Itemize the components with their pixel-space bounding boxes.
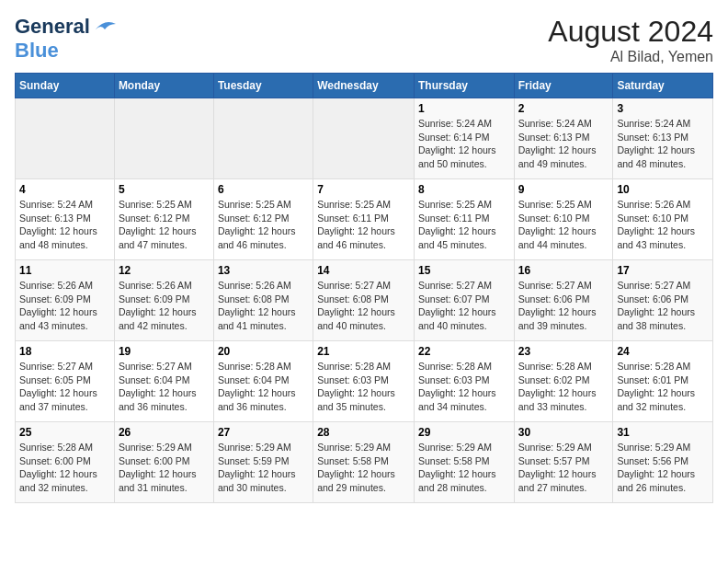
calendar-cell: 27Sunrise: 5:29 AMSunset: 5:59 PMDayligh…: [213, 422, 313, 503]
header-friday: Friday: [514, 74, 613, 98]
header-thursday: Thursday: [414, 74, 514, 98]
day-number: 2: [518, 102, 609, 115]
calendar-cell: 19Sunrise: 5:27 AMSunset: 6:04 PMDayligh…: [114, 341, 213, 422]
day-info: Sunrise: 5:27 AMSunset: 6:07 PMDaylight:…: [418, 279, 510, 333]
day-info: Sunrise: 5:29 AMSunset: 5:56 PMDaylight:…: [617, 441, 709, 495]
day-info: Sunrise: 5:27 AMSunset: 6:08 PMDaylight:…: [317, 279, 410, 333]
day-number: 3: [617, 102, 709, 115]
calendar-header-row: SundayMondayTuesdayWednesdayThursdayFrid…: [16, 74, 713, 98]
day-info: Sunrise: 5:26 AMSunset: 6:09 PMDaylight:…: [19, 279, 110, 333]
calendar-cell: 2Sunrise: 5:24 AMSunset: 6:13 PMDaylight…: [514, 98, 613, 179]
day-number: 17: [617, 264, 709, 277]
day-number: 15: [418, 264, 510, 277]
header-saturday: Saturday: [613, 74, 713, 98]
calendar-cell: 25Sunrise: 5:28 AMSunset: 6:00 PMDayligh…: [16, 422, 115, 503]
calendar-cell: 24Sunrise: 5:28 AMSunset: 6:01 PMDayligh…: [613, 341, 713, 422]
logo-text-general: General: [15, 15, 90, 39]
day-number: 21: [317, 345, 410, 358]
day-info: Sunrise: 5:24 AMSunset: 6:13 PMDaylight:…: [518, 117, 609, 171]
calendar-week-row: 18Sunrise: 5:27 AMSunset: 6:05 PMDayligh…: [16, 341, 713, 422]
day-number: 22: [418, 345, 510, 358]
calendar-cell: 28Sunrise: 5:29 AMSunset: 5:58 PMDayligh…: [313, 422, 415, 503]
calendar-cell: 30Sunrise: 5:29 AMSunset: 5:57 PMDayligh…: [514, 422, 613, 503]
day-info: Sunrise: 5:29 AMSunset: 5:58 PMDaylight:…: [317, 441, 410, 495]
calendar-cell: 7Sunrise: 5:25 AMSunset: 6:11 PMDaylight…: [313, 179, 415, 260]
header-sunday: Sunday: [16, 74, 115, 98]
calendar-cell: [114, 98, 213, 179]
day-number: 6: [218, 183, 309, 196]
day-number: 14: [317, 264, 410, 277]
day-number: 9: [518, 183, 609, 196]
day-info: Sunrise: 5:25 AMSunset: 6:12 PMDaylight:…: [119, 198, 210, 252]
day-info: Sunrise: 5:25 AMSunset: 6:12 PMDaylight:…: [218, 198, 309, 252]
calendar-cell: 26Sunrise: 5:29 AMSunset: 6:00 PMDayligh…: [114, 422, 213, 503]
calendar-cell: 17Sunrise: 5:27 AMSunset: 6:06 PMDayligh…: [613, 260, 713, 341]
day-number: 16: [518, 264, 609, 277]
calendar-cell: 11Sunrise: 5:26 AMSunset: 6:09 PMDayligh…: [16, 260, 115, 341]
header-tuesday: Tuesday: [213, 74, 313, 98]
calendar-title: August 2024: [548, 15, 713, 49]
day-number: 20: [218, 345, 309, 358]
day-number: 10: [617, 183, 709, 196]
day-info: Sunrise: 5:27 AMSunset: 6:05 PMDaylight:…: [19, 360, 110, 414]
calendar-cell: 16Sunrise: 5:27 AMSunset: 6:06 PMDayligh…: [514, 260, 613, 341]
calendar-cell: 13Sunrise: 5:26 AMSunset: 6:08 PMDayligh…: [213, 260, 313, 341]
day-number: 25: [19, 426, 110, 439]
calendar-week-row: 1Sunrise: 5:24 AMSunset: 6:14 PMDaylight…: [16, 98, 713, 179]
day-number: 26: [119, 426, 210, 439]
day-number: 1: [418, 102, 510, 115]
day-info: Sunrise: 5:28 AMSunset: 6:02 PMDaylight:…: [518, 360, 609, 414]
calendar-cell: 12Sunrise: 5:26 AMSunset: 6:09 PMDayligh…: [114, 260, 213, 341]
calendar-cell: 3Sunrise: 5:24 AMSunset: 6:13 PMDaylight…: [613, 98, 713, 179]
day-number: 31: [617, 426, 709, 439]
calendar-cell: [313, 98, 415, 179]
calendar-cell: 9Sunrise: 5:25 AMSunset: 6:10 PMDaylight…: [514, 179, 613, 260]
day-info: Sunrise: 5:27 AMSunset: 6:06 PMDaylight:…: [518, 279, 609, 333]
calendar-cell: 6Sunrise: 5:25 AMSunset: 6:12 PMDaylight…: [213, 179, 313, 260]
logo: General Blue: [15, 15, 118, 63]
calendar-cell: 8Sunrise: 5:25 AMSunset: 6:11 PMDaylight…: [414, 179, 514, 260]
day-info: Sunrise: 5:29 AMSunset: 5:58 PMDaylight:…: [418, 441, 510, 495]
calendar-cell: 21Sunrise: 5:28 AMSunset: 6:03 PMDayligh…: [313, 341, 415, 422]
page-header: General Blue August 2024 Al Bilad, Yemen: [15, 15, 713, 65]
day-number: 12: [119, 264, 210, 277]
calendar-cell: 22Sunrise: 5:28 AMSunset: 6:03 PMDayligh…: [414, 341, 514, 422]
day-number: 29: [418, 426, 510, 439]
day-info: Sunrise: 5:24 AMSunset: 6:13 PMDaylight:…: [617, 117, 709, 171]
day-info: Sunrise: 5:24 AMSunset: 6:14 PMDaylight:…: [418, 117, 510, 171]
day-number: 28: [317, 426, 410, 439]
day-number: 11: [19, 264, 110, 277]
day-number: 8: [418, 183, 510, 196]
day-info: Sunrise: 5:28 AMSunset: 6:03 PMDaylight:…: [418, 360, 510, 414]
calendar-cell: 20Sunrise: 5:28 AMSunset: 6:04 PMDayligh…: [213, 341, 313, 422]
calendar-cell: 14Sunrise: 5:27 AMSunset: 6:08 PMDayligh…: [313, 260, 415, 341]
day-number: 5: [119, 183, 210, 196]
day-number: 18: [19, 345, 110, 358]
day-info: Sunrise: 5:26 AMSunset: 6:09 PMDaylight:…: [119, 279, 210, 333]
calendar-cell: 15Sunrise: 5:27 AMSunset: 6:07 PMDayligh…: [414, 260, 514, 341]
calendar-cell: 31Sunrise: 5:29 AMSunset: 5:56 PMDayligh…: [613, 422, 713, 503]
calendar-table: SundayMondayTuesdayWednesdayThursdayFrid…: [15, 73, 713, 503]
header-wednesday: Wednesday: [313, 74, 415, 98]
title-block: August 2024 Al Bilad, Yemen: [548, 15, 713, 65]
logo-bird-icon: [92, 17, 118, 37]
day-number: 13: [218, 264, 309, 277]
day-info: Sunrise: 5:24 AMSunset: 6:13 PMDaylight:…: [19, 198, 110, 252]
calendar-cell: 18Sunrise: 5:27 AMSunset: 6:05 PMDayligh…: [16, 341, 115, 422]
calendar-subtitle: Al Bilad, Yemen: [548, 49, 713, 65]
day-info: Sunrise: 5:29 AMSunset: 5:59 PMDaylight:…: [218, 441, 309, 495]
day-info: Sunrise: 5:28 AMSunset: 6:03 PMDaylight:…: [317, 360, 410, 414]
header-monday: Monday: [114, 74, 213, 98]
day-number: 24: [617, 345, 709, 358]
day-info: Sunrise: 5:28 AMSunset: 6:01 PMDaylight:…: [617, 360, 709, 414]
calendar-cell: 10Sunrise: 5:26 AMSunset: 6:10 PMDayligh…: [613, 179, 713, 260]
logo-text-blue: Blue: [15, 39, 59, 63]
day-info: Sunrise: 5:29 AMSunset: 6:00 PMDaylight:…: [119, 441, 210, 495]
day-info: Sunrise: 5:26 AMSunset: 6:08 PMDaylight:…: [218, 279, 309, 333]
calendar-week-row: 4Sunrise: 5:24 AMSunset: 6:13 PMDaylight…: [16, 179, 713, 260]
day-info: Sunrise: 5:27 AMSunset: 6:06 PMDaylight:…: [617, 279, 709, 333]
day-number: 19: [119, 345, 210, 358]
day-info: Sunrise: 5:28 AMSunset: 6:00 PMDaylight:…: [19, 441, 110, 495]
day-info: Sunrise: 5:25 AMSunset: 6:11 PMDaylight:…: [418, 198, 510, 252]
day-info: Sunrise: 5:29 AMSunset: 5:57 PMDaylight:…: [518, 441, 609, 495]
